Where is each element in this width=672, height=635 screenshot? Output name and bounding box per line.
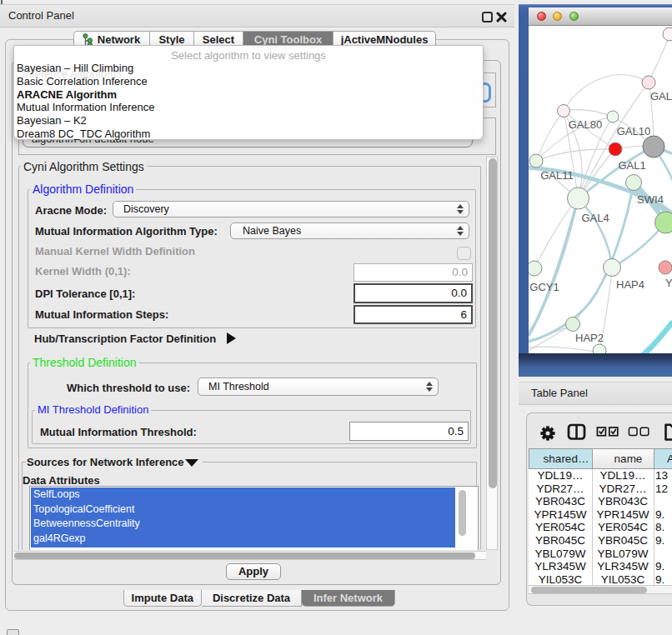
svg-text:SWI4: SWI4 [637, 193, 664, 206]
svg-text:GAL1: GAL1 [618, 159, 645, 172]
svg-text:YJ: YJ [665, 277, 672, 289]
svg-text:GAL11: GAL11 [540, 169, 574, 182]
svg-text:GAL80: GAL80 [569, 118, 602, 131]
svg-text:GAL4: GAL4 [581, 212, 609, 224]
svg-text:GAL10: GAL10 [617, 125, 650, 138]
svg-text:GAL7: GAL7 [650, 90, 672, 102]
svg-text:GCY1: GCY1 [529, 281, 559, 293]
svg-text:HAP2: HAP2 [575, 332, 604, 344]
svg-text:HAP4: HAP4 [616, 278, 644, 291]
